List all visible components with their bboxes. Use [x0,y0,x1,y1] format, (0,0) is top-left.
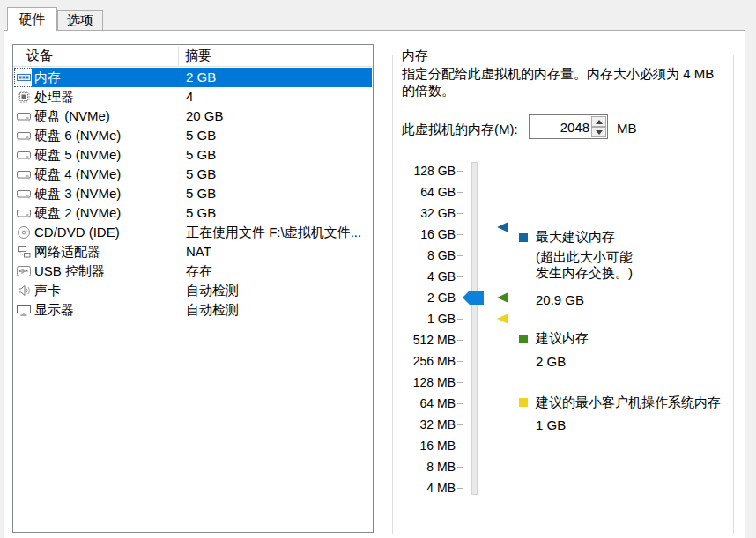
scale-tick [457,467,463,468]
memory-groupbox-title: 内存 [398,48,432,64]
memory-amount-label: 此虚拟机的内存(M): [402,122,518,138]
device-row[interactable]: 硬盘 3 (NVMe)5 GB [14,184,372,203]
device-row[interactable]: 硬盘 (NVMe)20 GB [14,107,372,126]
device-name: 网络适配器 [34,244,100,261]
scale-label: 8 MB [392,459,456,475]
device-row[interactable]: CD/DVD (IDE)正在使用文件 F:\虚拟机文件... [14,223,372,242]
scale-tick [457,276,463,277]
minimum-memory-label: 建议的最小客户机操作系统内存 [536,394,721,410]
disk-icon [17,109,31,123]
device-name: USB 控制器 [34,263,105,280]
scale-label: 512 MB [392,332,456,348]
tab-options[interactable]: 选项 [57,10,103,30]
device-row[interactable]: 处理器4 [14,87,372,107]
device-table-header: 设备 摘要 [13,45,373,67]
device-row[interactable]: 硬盘 4 (NVMe)5 GB [14,165,372,184]
device-summary: 存在 [186,263,212,280]
device-summary: 5 GB [186,205,216,220]
spin-up-button[interactable] [591,116,606,127]
device-summary: 5 GB [186,128,216,143]
sound-icon [17,284,31,298]
memory-slider-track[interactable] [471,162,478,495]
device-summary: 5 GB [186,186,216,201]
max-memory-label: 最大建议内存 [536,229,615,245]
scale-label: 4 MB [392,480,456,496]
device-summary: 自动检测 [186,302,239,319]
spin-down-button[interactable] [591,127,606,137]
memory-unit-label: MB [617,121,637,136]
device-row[interactable]: 声卡自动检测 [14,281,372,300]
device-row[interactable]: 网络适配器NAT [14,242,372,262]
max-memory-marker-icon [497,222,508,232]
device-row[interactable]: 硬盘 5 (NVMe)5 GB [14,145,372,165]
device-summary: 5 GB [186,166,216,181]
recommended-memory-legend-swatch [519,335,528,343]
device-name: 内存 [34,70,61,86]
scale-tick [457,171,463,172]
device-summary: 自动检测 [186,283,239,299]
scale-label: 32 GB [392,205,456,221]
device-name: 硬盘 3 (NVMe) [34,186,121,203]
scale-label: 32 MB [392,416,456,432]
scale-tick [457,340,463,341]
device-name: 显示器 [34,302,74,319]
max-memory-legend-swatch [519,233,528,242]
scale-label: 16 MB [392,438,456,453]
device-summary: 4 [186,89,193,104]
memory-description: 指定分配给此虚拟机的内存量。内存大小必须为 4 MB 的倍数。 [402,65,732,99]
vm-settings-dialog: 硬件 选项 设备 摘要 内存2 GB处理器4硬盘 (NVMe)20 GB硬盘 6… [0,0,756,538]
scale-label: 4 GB [392,269,456,284]
memory-spinner [591,116,606,137]
device-row[interactable]: 显示器自动检测 [14,300,372,320]
cpu-icon [17,90,31,104]
scale-label: 64 MB [392,395,456,411]
device-row[interactable]: 硬盘 6 (NVMe)5 GB [14,126,372,145]
column-divider [178,47,179,65]
device-name: 声卡 [34,283,61,299]
memory-input[interactable] [530,115,591,138]
device-summary: 正在使用文件 F:\虚拟机文件... [186,225,361,241]
scale-label: 1 GB [392,311,456,327]
max-memory-value: 20.9 GB [536,292,584,308]
disk-icon [17,206,31,220]
max-memory-note-line2: 发生内存交换。) [536,265,633,281]
scale-tick [457,446,463,446]
scale-label: 2 GB [392,290,456,306]
memory-icon [17,70,31,85]
scale-tick [457,361,463,362]
device-summary: 5 GB [186,147,216,162]
column-header-summary[interactable]: 摘要 [185,48,211,64]
device-name: 处理器 [34,89,74,106]
scale-tick [457,255,463,256]
device-name: 硬盘 6 (NVMe) [34,128,121,144]
device-name: 硬盘 2 (NVMe) [34,205,121,222]
scale-tick [457,319,463,320]
max-memory-note-line1: (超出此大小可能 [536,249,633,265]
disk-icon [17,148,31,162]
column-header-device[interactable]: 设备 [26,48,53,64]
device-table: 设备 摘要 内存2 GB处理器4硬盘 (NVMe)20 GB硬盘 6 (NVMe… [12,44,374,533]
disk-icon [17,129,31,143]
device-summary: NAT [186,244,211,259]
tab-hardware[interactable]: 硬件 [7,7,57,31]
device-row[interactable]: USB 控制器存在 [14,262,372,281]
scale-tick [457,298,463,298]
scale-label: 256 MB [392,353,456,369]
device-row[interactable]: 硬盘 2 (NVMe)5 GB [14,203,372,223]
scale-tick [457,488,463,489]
scale-label: 128 MB [392,374,456,390]
device-name: 硬盘 4 (NVMe) [34,166,121,183]
recommended-memory-label: 建议内存 [536,330,589,346]
scale-label: 16 GB [392,226,456,242]
scale-label: 128 GB [392,163,456,179]
scale-tick [457,234,463,235]
scale-label: 8 GB [392,247,456,263]
cd-icon [17,225,31,240]
device-row[interactable]: 内存2 GB [14,68,372,87]
device-rows: 内存2 GB处理器4硬盘 (NVMe)20 GB硬盘 6 (NVMe)5 GB硬… [14,68,372,531]
scale-tick [457,382,463,383]
scale-tick [457,424,463,425]
display-icon [17,303,31,317]
device-name: 硬盘 (NVMe) [34,108,110,125]
recommended-memory-marker-icon [497,292,508,303]
